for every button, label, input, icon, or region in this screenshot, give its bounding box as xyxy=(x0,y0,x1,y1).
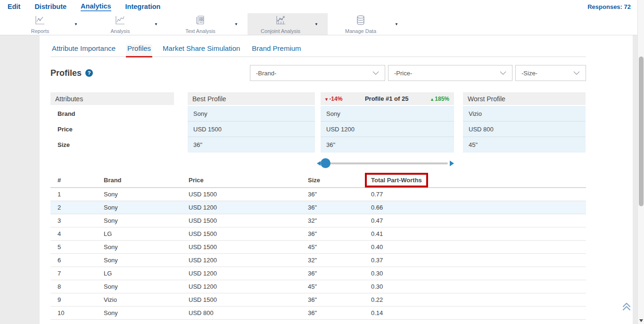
scrollbar-down-arrow-icon[interactable] xyxy=(639,319,643,322)
current-profile-column: ▾ -14% Profile #1 of 25 ▴ 185% Sony USD … xyxy=(321,92,454,153)
increase-percent: ▴ 185% xyxy=(431,96,449,102)
tab-brand-premium[interactable]: Brand Premium xyxy=(250,44,302,57)
table-cell: 0.30 xyxy=(364,280,586,293)
table-row[interactable]: 10SonyUSD 80036"0.14 xyxy=(50,306,586,319)
nav-item-analytics[interactable]: Analytics xyxy=(81,2,111,11)
table-cell: Sony xyxy=(97,214,182,227)
table-cell: 6 xyxy=(50,253,97,267)
table-cell: 5 xyxy=(50,240,97,253)
table-cell: Sony xyxy=(97,253,182,267)
table-cell: USD 1500 xyxy=(182,293,301,306)
attribute-label-size: Size xyxy=(50,137,174,153)
table-cell: Vizio xyxy=(97,293,182,306)
help-icon[interactable]: ? xyxy=(85,69,93,77)
table-row[interactable]: 1SonyUSD 150036"0.77 xyxy=(50,187,586,201)
caret-down-icon[interactable]: ▼ xyxy=(234,22,238,26)
nav-item-edit[interactable]: Edit xyxy=(8,3,20,11)
tab-attribute-importance[interactable]: Attribute Importance xyxy=(50,44,117,57)
caret-down-icon[interactable]: ▼ xyxy=(74,22,78,26)
table-cell: 45" xyxy=(301,240,364,253)
caret-down-icon[interactable]: ▼ xyxy=(314,22,318,26)
table-cell: 7 xyxy=(50,267,97,280)
caret-down-icon[interactable]: ▼ xyxy=(154,22,158,26)
size-dropdown[interactable]: -Size- xyxy=(515,65,586,81)
table-cell: 32" xyxy=(301,319,364,324)
toolbar-item-text-analysis[interactable]: Text Analysis ▼ xyxy=(167,13,248,35)
toolbar-item-label: Reports xyxy=(31,28,50,34)
profiles-table-body: 1SonyUSD 150036"0.772SonyUSD 120036"0.66… xyxy=(50,187,586,324)
table-cell: 36" xyxy=(301,306,364,319)
table-row[interactable]: 7LGUSD 120036"0.30 xyxy=(50,267,586,280)
toolbar-item-reports[interactable]: Reports ▼ xyxy=(7,13,87,35)
current-profile-size: 36" xyxy=(321,137,454,153)
worst-profile-column: Worst Profile Vizio USD 800 45" xyxy=(463,92,586,153)
table-cell: Sony xyxy=(97,306,182,319)
table-cell: 0.47 xyxy=(364,214,586,227)
table-cell: 1 xyxy=(50,187,97,201)
column-header-number: # xyxy=(50,173,97,187)
filters: -Brand- -Price- -Size- xyxy=(250,65,586,81)
table-row[interactable]: 8SonyUSD 120045"0.30 xyxy=(50,280,586,293)
table-cell: Sony xyxy=(97,187,182,201)
toolbar-item-label: Analysis xyxy=(111,28,130,34)
database-icon xyxy=(355,15,366,28)
best-profile-price: USD 1500 xyxy=(188,122,315,137)
size-dropdown-value: -Size- xyxy=(521,70,537,77)
worst-profile-size: 45" xyxy=(463,137,586,153)
table-cell: 11 xyxy=(50,319,97,324)
slider-prev-icon[interactable] xyxy=(317,161,321,166)
best-profile-column: Best Profile Sony USD 1500 36" xyxy=(188,92,315,153)
table-cell: 0.66 xyxy=(364,201,586,214)
best-profile-size: 36" xyxy=(188,137,315,153)
table-row[interactable]: 11LGUSD 150032"0.12 xyxy=(50,319,586,324)
current-profile-brand: Sony xyxy=(321,106,454,122)
table-cell: 36" xyxy=(301,267,364,280)
table-row[interactable]: 9VizioUSD 150036"0.22 xyxy=(50,293,586,306)
toolbar-item-label: Manage Data xyxy=(345,28,376,34)
table-row[interactable]: 6SonyUSD 120032"0.37 xyxy=(50,253,586,267)
table-cell: Sony xyxy=(97,240,182,253)
current-profile-title: Profile #1 of 25 xyxy=(365,95,408,102)
best-profile-header: Best Profile xyxy=(188,92,315,105)
table-cell: 0.41 xyxy=(364,227,586,240)
nav-item-integration[interactable]: Integration xyxy=(125,3,161,11)
responses-count[interactable]: Responses: 72 xyxy=(587,3,631,10)
table-cell: 2 xyxy=(50,201,97,214)
table-cell: 8 xyxy=(50,280,97,293)
vertical-scrollbar[interactable] xyxy=(637,0,644,324)
scrollbar-thumb[interactable] xyxy=(639,57,644,206)
nav-item-distribute[interactable]: Distribute xyxy=(34,3,66,11)
chevron-down-icon xyxy=(372,71,379,75)
brand-dropdown-value: -Brand- xyxy=(256,70,276,77)
document-grid-icon xyxy=(195,15,206,28)
table-row[interactable]: 4LGUSD 150036"0.41 xyxy=(50,227,586,240)
slider-next-icon[interactable] xyxy=(450,161,454,166)
table-cell: LG xyxy=(97,319,182,324)
slider-handle[interactable] xyxy=(321,158,330,168)
table-cell: USD 1200 xyxy=(182,267,301,280)
tab-profiles[interactable]: Profiles xyxy=(126,44,152,57)
caret-down-icon[interactable]: ▼ xyxy=(395,22,398,26)
attribute-label-price: Price xyxy=(50,122,174,137)
brand-dropdown[interactable]: -Brand- xyxy=(250,65,385,81)
table-header-row: # Brand Price Size Total Part-Worths xyxy=(50,173,586,187)
column-header-brand: Brand xyxy=(97,173,182,187)
red-highlight-box: Total Part-Worths xyxy=(365,173,428,187)
toolbar-item-conjoint-analysis[interactable]: Conjoint Analysis ▼ xyxy=(248,13,328,35)
chevron-down-icon xyxy=(500,71,506,75)
table-row[interactable]: 5SonyUSD 150045"0.40 xyxy=(50,240,586,253)
tab-market-share-simulation[interactable]: Market Share Simulation xyxy=(161,44,241,57)
table-cell: 0.37 xyxy=(364,253,586,267)
scroll-to-top-button[interactable] xyxy=(621,301,632,314)
table-cell: 36" xyxy=(301,227,364,240)
toolbar-item-manage-data[interactable]: Manage Data ▼ xyxy=(328,13,408,35)
table-row[interactable]: 3SonyUSD 150032"0.47 xyxy=(50,214,586,227)
toolbar-item-analysis[interactable]: Analysis ▼ xyxy=(87,13,167,35)
table-cell: USD 1200 xyxy=(182,201,301,214)
slider-track[interactable] xyxy=(325,162,448,164)
part-worths-table: # Brand Price Size Total Part-Worths 1So… xyxy=(50,173,586,324)
profile-comparison: Attributes Brand Price Size Best Profile… xyxy=(50,92,586,153)
table-cell: USD 1500 xyxy=(182,240,301,253)
price-dropdown[interactable]: -Price- xyxy=(388,65,512,81)
table-row[interactable]: 2SonyUSD 120036"0.66 xyxy=(50,201,586,214)
